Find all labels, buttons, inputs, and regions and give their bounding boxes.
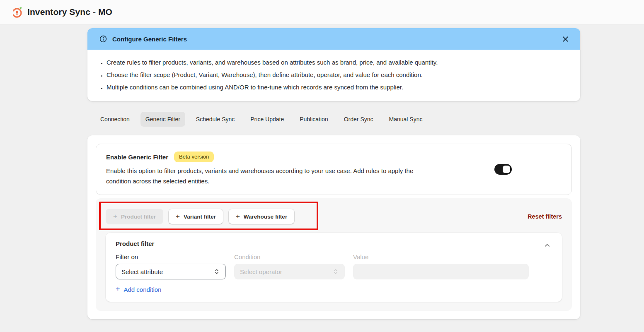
banner-bullet-list: Create rules to filter products, variant… <box>99 56 569 94</box>
app-header: Inventory Sync - MO <box>0 0 644 24</box>
chevron-up-icon[interactable] <box>542 240 552 250</box>
filters-section: + Product filter + Variant filter + Ware… <box>96 198 572 311</box>
tab-publication[interactable]: Publication <box>295 112 333 127</box>
select-caret-icon <box>332 268 339 275</box>
info-banner: Configure Generic Filters Create rules t… <box>87 28 580 101</box>
enable-generic-filter-card: Enable Generic Filter Beta version Enabl… <box>96 144 572 195</box>
plus-icon: + <box>176 213 180 220</box>
value-input[interactable] <box>353 264 529 279</box>
app-logo-icon <box>11 6 23 19</box>
filter-on-label: Filter on <box>116 253 226 260</box>
banner-title: Configure Generic Filters <box>112 36 187 43</box>
condition-row: Filter on Select attribute Condition <box>116 253 552 279</box>
tab-bar: Connection Generic Filter Schedule Sync … <box>95 112 580 127</box>
info-banner-header: Configure Generic Filters <box>87 28 580 50</box>
reset-filters-link[interactable]: Reset filters <box>528 213 562 220</box>
add-condition-label: Add condition <box>124 286 162 293</box>
filter-buttons-row: + Product filter + Variant filter + Ware… <box>106 209 562 224</box>
operator-select-value: Select operator <box>240 268 282 275</box>
variant-filter-button-label: Variant filter <box>184 214 216 220</box>
enable-filter-toggle[interactable] <box>494 164 512 175</box>
tab-price-update[interactable]: Price Update <box>245 112 289 127</box>
banner-bullet: Choose the filter scope (Product, Varian… <box>107 69 569 81</box>
beta-version-badge: Beta version <box>174 152 214 162</box>
add-product-filter-button[interactable]: + Product filter <box>106 209 163 224</box>
tab-manual-sync[interactable]: Manual Sync <box>384 112 428 127</box>
attribute-select[interactable]: Select attribute <box>116 264 226 279</box>
close-icon[interactable] <box>559 33 571 45</box>
banner-bullet: Multiple conditions can be combined usin… <box>107 81 569 94</box>
tab-connection[interactable]: Connection <box>95 112 135 127</box>
info-icon <box>99 35 107 43</box>
product-filter-card: Product filter Filter on Select attribut… <box>106 233 562 302</box>
banner-bullet: Create rules to filter products, variant… <box>107 56 569 69</box>
attribute-select-value: Select attribute <box>121 268 163 275</box>
tab-schedule-sync[interactable]: Schedule Sync <box>191 112 240 127</box>
add-variant-filter-button[interactable]: + Variant filter <box>168 209 223 224</box>
value-label: Value <box>353 253 529 260</box>
product-filter-title: Product filter <box>116 240 552 247</box>
tab-generic-filter[interactable]: Generic Filter <box>140 112 185 127</box>
plus-icon: + <box>236 213 240 220</box>
warehouse-filter-button-label: Warehouse filter <box>244 214 287 220</box>
operator-select[interactable]: Select operator <box>234 264 345 279</box>
generic-filter-panel: Enable Generic Filter Beta version Enabl… <box>87 135 580 319</box>
enable-filter-description: Enable this option to filter products, v… <box>106 166 431 186</box>
enable-filter-title: Enable Generic Filter <box>106 154 168 161</box>
product-filter-button-label: Product filter <box>121 214 156 220</box>
plus-icon: + <box>113 213 117 220</box>
banner-body: Create rules to filter products, variant… <box>87 50 580 101</box>
select-caret-icon <box>213 268 220 275</box>
condition-label: Condition <box>234 253 345 260</box>
add-warehouse-filter-button[interactable]: + Warehouse filter <box>228 209 295 224</box>
tab-order-sync[interactable]: Order Sync <box>339 112 378 127</box>
toggle-knob <box>503 166 510 173</box>
page-title: Inventory Sync - MO <box>27 7 112 17</box>
plus-icon: + <box>116 285 120 293</box>
add-condition-button[interactable]: + Add condition <box>116 286 161 293</box>
